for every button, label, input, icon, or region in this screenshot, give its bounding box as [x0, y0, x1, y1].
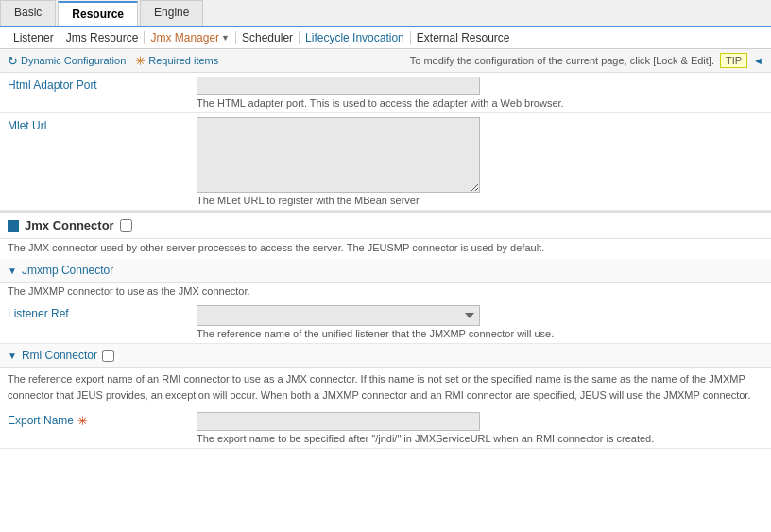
- nav-arrow-icon: ◄: [753, 55, 763, 66]
- tip-text: To modify the configuration of the curre…: [410, 55, 714, 66]
- subnav-jmx-manager[interactable]: Jmx Manager ▼: [145, 31, 236, 44]
- tab-resource[interactable]: Resource: [58, 1, 138, 26]
- listener-ref-label: Listener Ref: [0, 301, 189, 343]
- toolbar-tip: To modify the configuration of the curre…: [410, 53, 763, 68]
- required-star-icon: ✳: [77, 414, 88, 428]
- top-tabs: Basic Resource Engine: [0, 0, 771, 27]
- jmx-connector-checkbox[interactable]: [120, 219, 132, 232]
- subnav-scheduler[interactable]: Scheduler: [236, 31, 300, 44]
- jmxmp-connector-header: ▼ Jmxmp Connector: [0, 259, 771, 283]
- export-name-label: Export Name ✳: [0, 408, 189, 448]
- html-adaptor-port-field: The HTML adapter port. This is used to a…: [189, 73, 771, 112]
- export-name-hint: The export name to be specified after "/…: [197, 433, 763, 444]
- rmi-connector-title[interactable]: Rmi Connector: [22, 349, 97, 362]
- rmi-connector-desc: The reference export name of an RMI conn…: [0, 368, 771, 408]
- subnav-lifecycle-invocation[interactable]: Lifecycle Invocation: [300, 31, 411, 44]
- toolbar: ↻ Dynamic Configuration ✳ Required items…: [0, 49, 771, 73]
- export-name-row: Export Name ✳ The export name to be spec…: [0, 408, 771, 449]
- subnav-listener[interactable]: Listener: [8, 31, 60, 44]
- required-items-label: Required items: [148, 55, 218, 66]
- dropdown-arrow-icon: ▼: [221, 33, 230, 43]
- tab-engine[interactable]: Engine: [140, 0, 203, 26]
- export-name-field: The export name to be specified after "/…: [189, 408, 771, 448]
- rmi-toggle-icon[interactable]: ▼: [8, 351, 17, 361]
- listener-ref-select[interactable]: [197, 305, 480, 326]
- mlet-url-textarea[interactable]: [197, 117, 480, 193]
- dynamic-config-button[interactable]: ↻ Dynamic Configuration: [8, 54, 126, 68]
- mlet-url-row: Mlet Url The MLet URL to register with t…: [0, 113, 771, 211]
- export-name-input[interactable]: [197, 412, 480, 431]
- mlet-url-hint: The MLet URL to register with the MBean …: [197, 195, 763, 206]
- jmxmp-connector-title[interactable]: Jmxmp Connector: [22, 264, 113, 277]
- asterisk-icon: ✳: [135, 54, 146, 68]
- jmxmp-connector-desc: The JMXMP connector to use as the JMX co…: [0, 283, 771, 301]
- section-icon: [8, 220, 19, 232]
- tab-basic[interactable]: Basic: [0, 0, 56, 26]
- html-adaptor-port-row: Html Adaptor Port The HTML adapter port.…: [0, 73, 771, 113]
- required-items-button[interactable]: ✳ Required items: [135, 54, 218, 68]
- rmi-connector-checkbox[interactable]: [102, 350, 114, 362]
- listener-ref-hint: The reference name of the unified listen…: [197, 328, 763, 339]
- mlet-url-field: The MLet URL to register with the MBean …: [189, 113, 771, 210]
- jmx-connector-title: Jmx Connector: [25, 218, 114, 232]
- html-adaptor-port-input[interactable]: [197, 77, 480, 95]
- refresh-icon: ↻: [8, 54, 18, 68]
- rmi-connector-header: ▼ Rmi Connector: [0, 344, 771, 368]
- jmxmp-toggle-icon[interactable]: ▼: [8, 266, 17, 276]
- tip-label: TIP: [720, 53, 747, 68]
- listener-ref-row: Listener Ref The reference name of the u…: [0, 301, 771, 344]
- listener-ref-field: The reference name of the unified listen…: [189, 301, 771, 343]
- subnav-jms-resource[interactable]: Jms Resource: [60, 31, 146, 44]
- jmx-connector-desc: The JMX connector used by other server p…: [0, 239, 771, 259]
- html-adaptor-port-hint: The HTML adapter port. This is used to a…: [197, 97, 763, 109]
- jmx-connector-section-header: Jmx Connector: [0, 211, 771, 239]
- mlet-url-label: Mlet Url: [0, 113, 189, 210]
- html-adaptor-port-label: Html Adaptor Port: [0, 73, 189, 112]
- content-area: Html Adaptor Port The HTML adapter port.…: [0, 73, 771, 449]
- subnav-external-resource[interactable]: External Resource: [411, 31, 516, 44]
- sub-nav: Listener Jms Resource Jmx Manager ▼ Sche…: [0, 27, 771, 49]
- dynamic-config-label: Dynamic Configuration: [21, 55, 126, 66]
